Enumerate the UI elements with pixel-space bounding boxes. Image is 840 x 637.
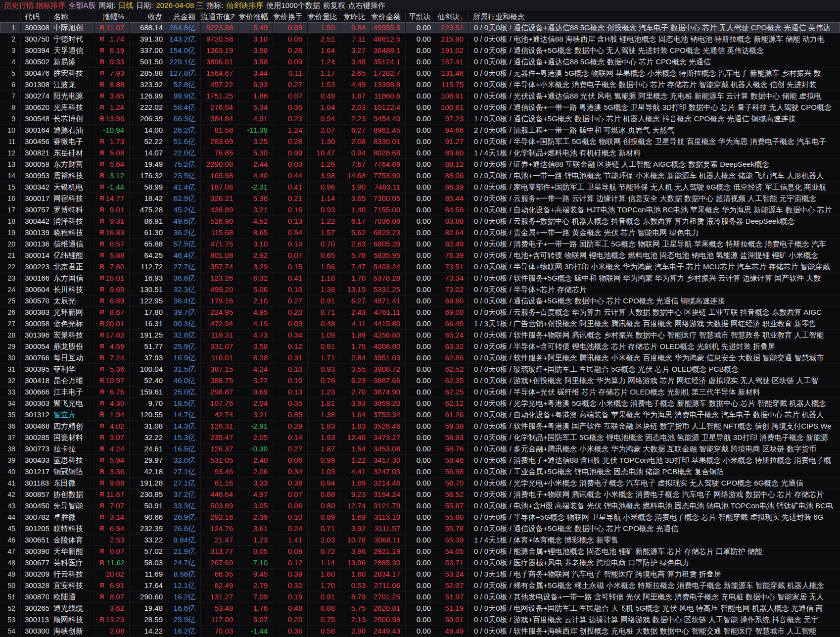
cell-auction-change: 3.61 (238, 523, 273, 534)
table-row[interactable]: 40301217铜冠铜箔R3.3642.1827.1亿93.462.060.34… (0, 466, 840, 478)
cell-pingluanjue: 0.00 (406, 489, 436, 500)
table-row[interactable]: 50300328宜安科技R6.9117.6412.1亿82.492.790.32… (0, 580, 840, 591)
table-row[interactable]: 47300390天华新能R0.0757.0221.9亿313.770.050.0… (0, 546, 840, 557)
table-row[interactable]: 2300750宁德时代R1.74391.30143.2亿9720.583.100… (0, 34, 840, 45)
period-value[interactable]: 日线 (118, 0, 133, 11)
column-header-竞价涨幅[interactable]: 竞价涨幅 (238, 11, 273, 22)
table-row[interactable]: 34300303聚飞光电R4.309.7018.5亿107.762.040.35… (0, 398, 840, 409)
table-row[interactable]: 36300468四方精创R4.0231.0814.3亿126.31-2.910.… (0, 421, 840, 432)
cell-auction-change: 3.10 (238, 239, 273, 249)
cell-code: 300017 (21, 193, 49, 204)
table-row[interactable]: 35301312智立方R1.94120.5514.7亿42.743.210.85… (0, 409, 840, 421)
table-row[interactable]: 32300418昆仑万维R10.9752.4046.0亿388.753.770.… (0, 375, 840, 387)
cell-auction-turnover: 1.41 (273, 535, 308, 545)
table-row[interactable]: 22300223北京君正R7.80112.7227.7亿357.743.290.… (0, 261, 840, 273)
table-row[interactable]: 27300058蓝色光标R20.0116.3190.3亿472.944.190.… (0, 318, 840, 330)
table-row[interactable]: 20300136信维通信R8.5765.8857.5亿471.753.100.1… (0, 239, 840, 250)
table-row[interactable]: 28301396宏景科技R17.82191.2532.8亿119.314.730… (0, 330, 840, 341)
cell-change-pct: R4.59 (95, 341, 130, 352)
cell-change-pct: R7.07 (95, 500, 130, 511)
table-row[interactable]: 46300651金陵体育2.5333.229.84亿21.471.231.412… (0, 535, 840, 546)
cell-auction-volratio: 0.58 (308, 626, 340, 637)
column-header-流通市值Z[interactable]: 流通市值Z (201, 11, 238, 22)
cell-auction-amount: 3121.79 (371, 500, 406, 511)
table-row[interactable]: 51300870欧陆通R8.07290.6016.2亿131.277.090.1… (0, 591, 840, 603)
table-row[interactable]: 18300442润泽科技R9.3186.9149.6亿526.904.520.1… (0, 216, 840, 227)
table-row[interactable]: 42300857协创数据R11.67230.8537.2亿446.644.970… (0, 489, 840, 500)
weekday-value: 三 (196, 0, 203, 11)
column-header-所属行业和概念[interactable]: 所属行业和概念 (469, 11, 840, 22)
adjust-mode[interactable]: 前复权 (323, 0, 345, 11)
column-header-收盘[interactable]: 收盘 (130, 11, 168, 22)
table-row[interactable]: 23300166东方国信R15.0116.9336.6亿123.266.320.… (0, 273, 840, 284)
cell-name: 东岳硅材 (49, 147, 95, 158)
cell-auction-prevratio: 1.69 (340, 512, 371, 523)
table-row[interactable]: 25300570太辰光R6.89122.9536.4亿179.162.100.2… (0, 295, 840, 307)
cell-change-pct: R4.30 (95, 398, 130, 409)
column-header-涨幅%[interactable]: 涨幅% (95, 11, 130, 22)
table-row[interactable]: 11300456赛微电子R1.7352.2251.6亿283.693.250.2… (0, 136, 840, 147)
table-row[interactable]: 5300476胜宏科技R7.93285.88127.8亿1564.673.440… (0, 68, 840, 79)
market-selector[interactable]: 全部A股 (68, 0, 95, 11)
cell-float-mktcap: 124.76 (201, 523, 238, 534)
table-row[interactable]: 24300604长川科技R9.69130.5132.3亿499.205.060.… (0, 284, 840, 295)
table-row[interactable]: 52300265通光线缆3.6219.4816.6亿53.481.760.480… (0, 603, 840, 614)
table-row[interactable]: 1300308中际旭创R11.07688.14264.8亿5223.885.49… (0, 22, 840, 34)
table-row[interactable]: 16300017网宿科技R14.7718.4262.9亿326.215.360.… (0, 193, 840, 204)
table-row[interactable]: 44300782卓胜微R3.1490.6626.9亿292.162.390.10… (0, 512, 840, 523)
table-row[interactable]: 7300274阳光电源R3.85126.9999.9亿1751.251.860.… (0, 91, 840, 102)
table-row[interactable]: 13300059东方财富R5.6419.4975.2亿2290.082.440.… (0, 159, 840, 170)
table-row[interactable]: 31300395菲利华R5.36100.0431.5亿387.154.240.1… (0, 364, 840, 375)
column-header-rownum[interactable] (0, 11, 21, 22)
column-header-总金额[interactable]: 总金额 (168, 11, 201, 22)
cell-auction-turnover: 0.26 (273, 45, 308, 56)
table-row[interactable]: 21300014亿纬锂能R5.8864.2546.4亿801.082.920.0… (0, 250, 840, 261)
table-row[interactable]: 9300548长芯博创R13.96206.3966.3亿384.844.910.… (0, 113, 840, 125)
table-row[interactable]: 48300677英科医疗R-11.6258.0324.7亿267.69-7.10… (0, 557, 840, 569)
cell-close: 24.61 (130, 443, 168, 454)
indicator-value[interactable]: 仙剑诀排序 (226, 0, 263, 11)
table-row[interactable]: 54300300海峡创新2.0814.2216.2亿70.03-1.440.35… (0, 626, 840, 637)
cell-name: 江波龙 (49, 79, 95, 90)
cell-close: 230.85 (130, 489, 168, 500)
column-header-竞价量比[interactable]: 竞价量比 (308, 11, 340, 22)
table-row[interactable]: 29300054鼎龙股份R4.5951.7725.9亿331.073.580.1… (0, 341, 840, 352)
table-row[interactable]: 37300285国瓷材料R3.0732.2215.3亿235.472.050.1… (0, 432, 840, 443)
cell-auction-amount: 3194.24 (371, 489, 406, 500)
column-header-竞价换手[interactable]: 竞价换手 (273, 11, 308, 22)
cell-name: 卓胜微 (49, 512, 95, 523)
table-row[interactable]: 39300433蓝思科技R5.9429.9732.0亿531.052.400.0… (0, 455, 840, 466)
table-row[interactable]: 6301308江波龙R8.88323.9252.8亿457.226.930.27… (0, 79, 840, 91)
table-row[interactable]: 8300620光库科技R1.24222.0258.4亿276.045.340.3… (0, 102, 840, 113)
cell-xianjianjue: 108.91 (436, 91, 469, 101)
table-row[interactable]: 12300821东岳硅材R5.0814.0722.0亿76.855.300.99… (0, 147, 840, 159)
cell-concepts: 0 / 0天0板 / 自动化设备+粤港澳 高端装备 苹果概念 华为海思 消费电子… (469, 409, 840, 420)
table-row[interactable]: 10300164通源石油-10.9414.0026.2亿81.58-11.391… (0, 125, 840, 136)
table-row[interactable]: 43300450先导智能R7.0750.9133.3亿503.893.050.0… (0, 500, 840, 512)
table-row[interactable]: 33300666江丰电子R6.76159.6125.0亿298.870.690.… (0, 387, 840, 398)
column-header-竞价金额[interactable]: 竞价金额 (371, 11, 406, 22)
table-row[interactable]: 19300139晓程科技R16.8361.3036.2亿115.688.650.… (0, 227, 840, 239)
table-row[interactable]: 15300342天银机电R-1.4458.9941.4亿187.06-2.310… (0, 182, 840, 193)
cell-auction-turnover: 0.23 (273, 113, 308, 124)
cell-total-amount: 27.1亿 (168, 466, 201, 477)
cell-rownum: 21 (0, 250, 21, 261)
column-header-名称[interactable]: 名称 (49, 11, 95, 22)
column-header-竞昨比[interactable]: 竞昨比 (340, 11, 371, 22)
table-row[interactable]: 4300502新易盛R9.33501.50229.1亿3896.013.580.… (0, 56, 840, 68)
table-row[interactable]: 53300113顺网科技R13.2328.5925.9亿117.005.070.… (0, 614, 840, 626)
date-value[interactable]: 2026-04-08 (156, 0, 194, 11)
column-header-代码[interactable]: 代码 (21, 11, 49, 22)
table-row[interactable]: 45301205联特科技R6.94232.3926.6亿124.763.610.… (0, 523, 840, 535)
table-row[interactable]: 49300209行云科技20.0211.698.56亿66.359.450.39… (0, 569, 840, 580)
table-row[interactable]: 30300766每日互动R7.2437.9316.9亿116.018.280.3… (0, 352, 840, 364)
table-row[interactable]: 3300394天孚通信R6.19337.00154.0亿1363.193.980… (0, 45, 840, 56)
table-row[interactable]: 41301183东田微R9.88191.2827.1亿81.163.330.38… (0, 478, 840, 489)
cell-auction-prevratio: 1.83 (340, 421, 371, 432)
table-row[interactable]: 38300773拉卡拉R4.2424.6116.5亿126.37-0.300.2… (0, 443, 840, 455)
column-header-仙剑诀[interactable]: 仙剑诀↓ (436, 11, 469, 22)
table-row[interactable]: 17300757罗博特科R9.01475.2845.2亿438.893.210.… (0, 204, 840, 216)
column-header-平乱诀[interactable]: 平乱诀 (406, 11, 436, 22)
table-row[interactable]: 14300953震裕科技R-3.12176.3223.5亿169.984.400… (0, 170, 840, 182)
table-row[interactable]: 26300383光环新网R8.6717.8039.7亿224.954.950.2… (0, 307, 840, 318)
